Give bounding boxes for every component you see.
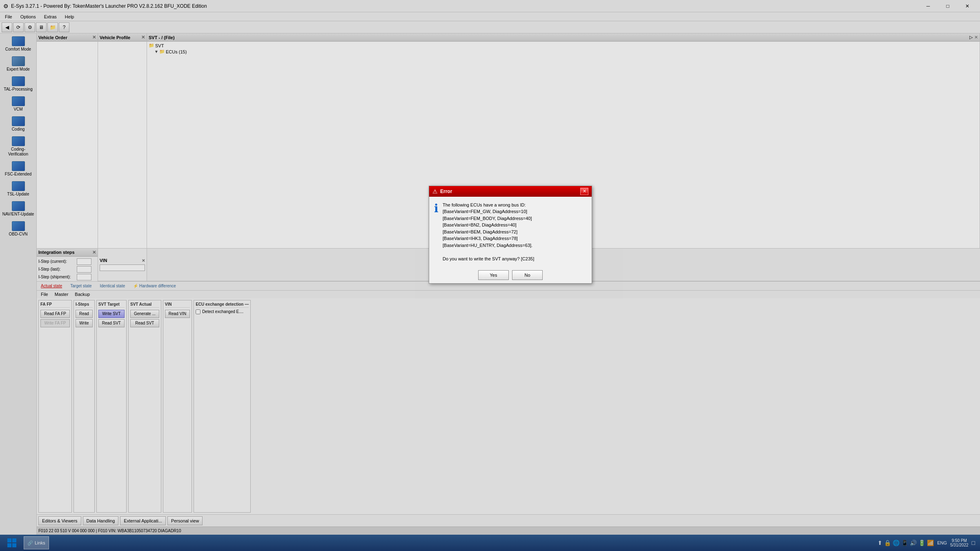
dialog-overlay: ⚠ Error ✕ ℹ The following ECUs have a wr… xyxy=(0,0,980,551)
error-dialog-info-icon: ℹ xyxy=(434,202,439,262)
dialog-no-button[interactable]: No xyxy=(512,270,543,280)
dialog-message-line-0: The following ECUs have a wrong bus ID: xyxy=(443,202,526,207)
dialog-message-line-6: [BaseVariant=HU_ENTRY, DiagAddress=63]. xyxy=(443,243,532,248)
error-dialog-buttons: Yes No xyxy=(429,267,592,283)
error-title-icon: ⚠ xyxy=(432,188,438,195)
dialog-message-line-2: [BaseVariant=FEM_BODY, DiagAddress=40] xyxy=(443,216,532,221)
dialog-message-line-3: [BaseVariant=BN2, DiagAddress=40] xyxy=(443,222,517,227)
error-dialog-titlebar: ⚠ Error ✕ xyxy=(429,186,592,197)
error-dialog: ⚠ Error ✕ ℹ The following ECUs have a wr… xyxy=(429,186,592,284)
dialog-message-line-8: Do you want to write the SVT anyway? [C2… xyxy=(443,256,534,261)
dialog-message-line-5: [BaseVariant=IHK3, DiagAddress=78] xyxy=(443,236,518,241)
error-dialog-close-button[interactable]: ✕ xyxy=(580,188,588,195)
error-dialog-message: The following ECUs have a wrong bus ID: … xyxy=(443,202,587,262)
dialog-message-line-4: [BaseVariant=BEM, DiagAddress=72] xyxy=(443,229,517,234)
dialog-yes-button[interactable]: Yes xyxy=(478,270,509,280)
error-dialog-title: Error xyxy=(440,189,452,194)
dialog-message-line-1: [BaseVariant=FEM_GW, DiagAddress=10] xyxy=(443,209,527,214)
error-dialog-content: ℹ The following ECUs have a wrong bus ID… xyxy=(429,197,592,267)
